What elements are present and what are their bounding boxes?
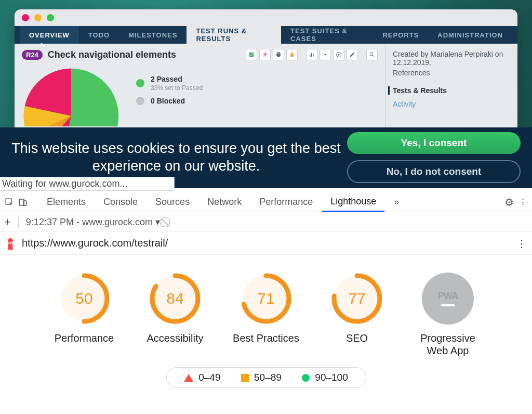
- svg-point-1: [370, 53, 373, 56]
- tab-label: OVERVIEW: [29, 31, 70, 39]
- play-icon[interactable]: [333, 49, 344, 60]
- close-icon[interactable]: [22, 14, 29, 21]
- legend-passed-title: 2 Passed: [151, 75, 182, 83]
- audited-url: https://www.gurock.com/testrail/: [22, 237, 168, 249]
- results-pie: [22, 67, 121, 126]
- toolbar: [246, 49, 378, 60]
- created-by: Created by Marialena Perpiraki on 12.12.…: [393, 50, 510, 67]
- results-legend: 2 Passed 33% set to Passed 0 Blocked: [136, 67, 203, 126]
- minimize-icon[interactable]: [34, 14, 42, 21]
- circle-icon: [302, 374, 310, 382]
- tab-overview[interactable]: OVERVIEW ↖︎: [20, 26, 79, 44]
- lighthouse-icon: [5, 238, 16, 249]
- chart-icon[interactable]: [306, 49, 317, 60]
- gauge-label: Progressive Web App: [413, 332, 483, 357]
- score-legend: 0–49 50–89 90–100: [166, 367, 366, 388]
- sidebar-tests-results[interactable]: Tests & Results: [388, 86, 510, 95]
- run-main: R24 Check navigational elements: [15, 44, 385, 132]
- legend-passed-sub: 33% set to Passed: [151, 84, 203, 92]
- tab-admin[interactable]: ADMINISTRATION: [428, 26, 512, 44]
- inspect-icon[interactable]: [3, 198, 16, 207]
- edit-icon[interactable]: [347, 49, 358, 60]
- page-status: Waiting for www.gurock.com...: [0, 177, 175, 191]
- tab-test-runs[interactable]: TEST RUNS & RESULTS: [187, 26, 281, 44]
- gauge-value: 84: [149, 273, 201, 325]
- report-selector[interactable]: 9:12:37 PM - www.gurock.com ▾: [26, 216, 160, 228]
- gauge-label: Accessibility: [147, 332, 204, 344]
- lighthouse-gauges: 50 Performance 84 Accessibility 71: [0, 255, 532, 365]
- more-icon[interactable]: ⋮: [516, 197, 529, 208]
- tab-todo[interactable]: TODO: [79, 26, 119, 44]
- tab-milestones[interactable]: MILESTONES: [119, 26, 187, 44]
- print-icon[interactable]: [273, 49, 284, 60]
- gear-icon[interactable]: ⚙︎: [503, 196, 515, 209]
- dot-passed-icon: [136, 79, 144, 87]
- gauge-accessibility[interactable]: 84 Accessibility: [140, 273, 210, 357]
- triangle-icon: [184, 374, 193, 382]
- export-icon[interactable]: [259, 49, 271, 60]
- devtools: Elements Console Sources Network Perform…: [0, 192, 532, 388]
- check-icon[interactable]: [246, 49, 257, 60]
- devtools-tab-more[interactable]: »: [385, 192, 407, 212]
- device-icon[interactable]: [17, 198, 29, 207]
- devtools-tab-performance[interactable]: Performance: [251, 192, 321, 212]
- run-sidebar: Created by Marialena Perpiraki on 12.12.…: [385, 44, 517, 132]
- gauge-value: 50: [58, 273, 110, 325]
- traffic-lights: [15, 9, 517, 26]
- gauge-pwa[interactable]: PWA Progressive Web App: [413, 273, 483, 357]
- lock-icon[interactable]: [286, 49, 298, 60]
- legend-blocked-title: 0 Blocked: [151, 97, 185, 105]
- maximize-icon[interactable]: [47, 14, 54, 21]
- gauge-seo[interactable]: 77 SEO: [322, 273, 392, 357]
- dot-blocked-icon: [136, 97, 144, 105]
- top-nav: OVERVIEW ↖︎ TODO MILESTONES TEST RUNS & …: [15, 26, 517, 44]
- url-more-icon[interactable]: ⋮: [516, 237, 527, 250]
- run-badge: R24: [22, 50, 43, 60]
- pwa-icon: PWA: [422, 273, 474, 325]
- tab-reports[interactable]: REPORTS: [373, 26, 428, 44]
- gauge-label: SEO: [346, 332, 368, 344]
- sidebar-activity[interactable]: Activity: [393, 100, 510, 108]
- devtools-tab-console[interactable]: Console: [95, 192, 146, 212]
- gauge-value: 71: [240, 273, 292, 325]
- devtools-tab-elements[interactable]: Elements: [38, 192, 94, 212]
- gauge-label: Performance: [55, 332, 114, 344]
- cookie-text: This website uses cookies to ensure you …: [5, 140, 347, 175]
- square-icon: [241, 374, 249, 382]
- devtools-tab-sources[interactable]: Sources: [147, 192, 198, 212]
- gauge-label: Best Practices: [233, 332, 299, 344]
- gauge-performance[interactable]: 50 Performance: [49, 273, 119, 357]
- dropdown-icon[interactable]: [320, 49, 331, 60]
- search-icon[interactable]: [366, 49, 378, 60]
- gauge-best-practices[interactable]: 71 Best Practices: [231, 273, 301, 357]
- references: References: [393, 69, 510, 77]
- consent-no-button[interactable]: No, I do not consent: [347, 160, 521, 183]
- run-title: Check navigational elements: [48, 49, 176, 60]
- gauge-value: 77: [331, 273, 383, 325]
- devtools-tab-lighthouse[interactable]: Lighthouse: [322, 192, 384, 212]
- app-window: OVERVIEW ↖︎ TODO MILESTONES TEST RUNS & …: [15, 9, 517, 133]
- devtools-tab-network[interactable]: Network: [199, 192, 250, 212]
- consent-yes-button[interactable]: Yes, I consent: [347, 132, 521, 154]
- tab-suites[interactable]: TEST SUITES & CASES: [281, 26, 373, 44]
- new-report-icon[interactable]: +: [4, 215, 11, 229]
